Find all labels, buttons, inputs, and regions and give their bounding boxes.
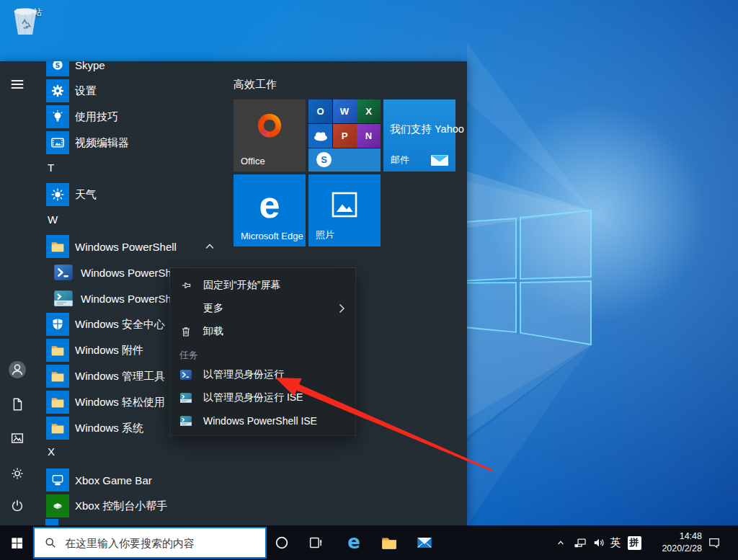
excel-letter: X <box>365 106 372 117</box>
speaker-icon <box>592 535 606 550</box>
clock[interactable]: 14:48 2020/2/28 <box>662 525 702 560</box>
cortana-button[interactable] <box>267 525 296 560</box>
group-label: Windows PowerShell <box>75 241 177 253</box>
power-button[interactable] <box>0 489 35 523</box>
pictures-button[interactable] <box>0 421 35 455</box>
documents-button[interactable] <box>0 387 35 422</box>
mail-icon <box>415 533 434 552</box>
xbox-game-bar-icon <box>46 468 69 492</box>
folder-icon <box>46 365 69 388</box>
app-item-xbox-game-bar[interactable]: Xbox Game Bar <box>46 467 241 493</box>
app-item-settings[interactable]: 设置 <box>46 78 241 104</box>
file-explorer-button[interactable] <box>375 525 404 560</box>
search-input[interactable] <box>63 536 265 550</box>
edge-taskbar-button[interactable]: e <box>339 525 368 560</box>
user-account-button[interactable] <box>0 352 35 387</box>
mini-tile-grid: O W X P N <box>308 99 381 148</box>
office-logo-icon <box>252 112 287 144</box>
powerpoint-letter: P <box>342 130 348 141</box>
section-letter-x[interactable]: X <box>48 445 55 458</box>
ime-indicator[interactable]: 拼 <box>626 525 643 560</box>
app-item-xbox-console-companion[interactable]: Xbox 控制台小帮手 <box>46 493 241 519</box>
taskbar: e <box>0 525 738 560</box>
taskbar-search[interactable] <box>33 527 267 559</box>
tile-microsoft-edge[interactable]: e Microsoft Edge <box>234 174 306 246</box>
app-item-tips[interactable]: 使用技巧 <box>46 104 241 130</box>
powershell-icon <box>179 368 193 382</box>
screen: 回收站 <box>0 0 738 560</box>
tile-office[interactable]: Office <box>234 99 306 172</box>
tile-office-folder[interactable]: O W X P N S <box>308 99 381 172</box>
folder-icon <box>46 417 69 440</box>
app-label: Windows 系统 <box>75 422 143 435</box>
app-label: Xbox Game Bar <box>75 474 152 486</box>
svg-text:e: e <box>347 532 360 553</box>
volume-tray-button[interactable] <box>590 525 608 560</box>
network-icon <box>573 535 587 550</box>
network-tray-button[interactable] <box>571 525 590 560</box>
gear-icon <box>9 466 25 481</box>
powershell-ise-icon <box>179 414 193 428</box>
app-item-weather[interactable]: 天气 <box>46 182 241 208</box>
app-label: 使用技巧 <box>75 110 118 124</box>
chevron-up-icon <box>205 243 215 250</box>
section-letter-t[interactable]: T <box>48 161 54 174</box>
app-item-video-editor[interactable]: 视频编辑器 <box>46 130 241 156</box>
app-label: Windows 管理工具 <box>75 370 165 383</box>
expand-menu-button[interactable] <box>0 67 35 102</box>
mail-taskbar-button[interactable] <box>410 525 439 560</box>
chevron-up-icon <box>555 537 566 548</box>
app-label: 天气 <box>75 188 97 202</box>
pictures-icon <box>9 430 25 446</box>
language-indicator[interactable]: 英 <box>607 525 624 560</box>
recycle-bin-desktop-icon[interactable]: 回收站 <box>9 6 49 19</box>
tile-mail[interactable]: 我们支持 Yahoo 邮件 <box>383 99 455 172</box>
weather-icon <box>46 183 69 206</box>
menu-item-label: 卸载 <box>203 325 223 338</box>
app-label: Xbox 控制台小帮手 <box>75 499 167 513</box>
section-letter-w[interactable]: W <box>48 213 58 226</box>
app-label: Windows 安全中心 <box>75 318 165 332</box>
menu-item-uninstall[interactable]: 卸载 <box>170 320 355 343</box>
powerpoint-mini-tile: P <box>333 124 357 148</box>
tile-label: 照片 <box>316 228 334 241</box>
edge-logo-icon: e <box>234 183 306 226</box>
app-label: 视频编辑器 <box>75 136 129 150</box>
settings-button[interactable] <box>0 456 35 491</box>
powershell-ise-icon <box>179 391 193 405</box>
tile-label: Office <box>241 156 265 166</box>
start-menu-rail <box>0 61 35 525</box>
ime-pinyin-badge: 拼 <box>628 536 641 550</box>
tile-photos[interactable]: 照片 <box>308 174 381 246</box>
app-label: Windows 轻松使用 <box>75 396 165 409</box>
start-button[interactable] <box>0 525 33 560</box>
powershell-icon <box>52 261 75 284</box>
menu-item-label: 固定到“开始”屏幕 <box>203 279 280 292</box>
collapse-group-button[interactable] <box>205 243 215 250</box>
onenote-mini-tile: N <box>357 124 381 148</box>
mail-envelope-icon <box>430 153 450 167</box>
chevron-right-icon <box>339 303 345 314</box>
annotation-arrow <box>267 364 504 479</box>
search-icon <box>43 535 58 550</box>
documents-icon <box>9 396 25 412</box>
menu-item-more[interactable]: 更多 <box>170 297 355 320</box>
app-label: Windows PowerShell <box>81 293 182 305</box>
app-item-skype[interactable]: S Skype <box>46 61 241 78</box>
outlook-mini-tile: O <box>308 99 332 123</box>
security-shield-icon <box>46 313 69 336</box>
tile-label: 邮件 <box>391 154 409 166</box>
tile-group-title[interactable]: 高效工作 <box>234 78 277 92</box>
action-center-button[interactable] <box>702 525 726 560</box>
app-label: 设置 <box>75 84 97 98</box>
tray-expand-button[interactable] <box>552 525 569 560</box>
task-view-button[interactable] <box>301 525 330 560</box>
windows-logo-icon <box>10 536 24 550</box>
xbox-console-icon <box>46 494 69 517</box>
app-item-clipped <box>45 519 58 525</box>
photos-icon <box>330 190 359 219</box>
tile-label: Microsoft Edge <box>241 231 303 241</box>
menu-item-pin-to-start[interactable]: 固定到“开始”屏幕 <box>170 274 355 297</box>
word-mini-tile: W <box>333 99 357 123</box>
tasks-section-header: 任务 <box>179 349 198 362</box>
